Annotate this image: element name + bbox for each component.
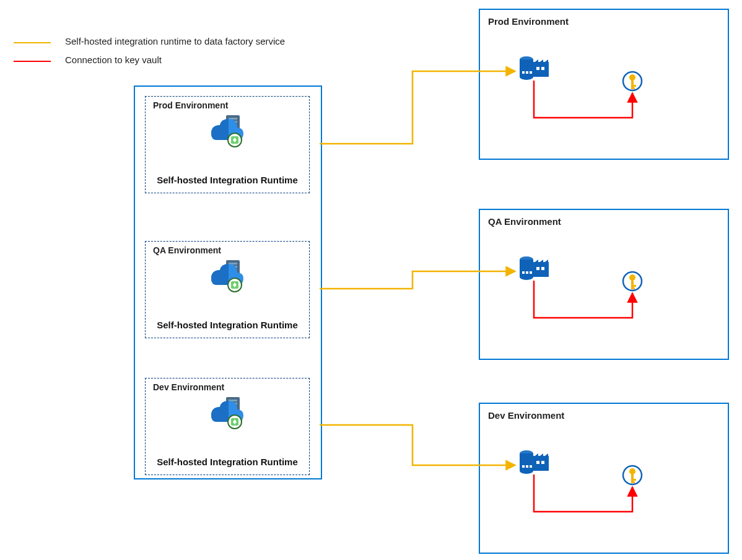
legend-text-1: Self-hosted integration runtime to data … bbox=[65, 36, 285, 46]
diagram-canvas: Self-hosted integration runtime to data … bbox=[0, 0, 742, 560]
shir-label-dev: Self-hosted Integration Runtime bbox=[146, 457, 309, 468]
env-title-prod: Prod Environment bbox=[488, 16, 569, 27]
legend-text-2: Connection to key vault bbox=[65, 55, 162, 65]
shir-box-dev: Dev Environment Self-hosted Integration … bbox=[145, 378, 310, 475]
shir-label-prod: Self-hosted Integration Runtime bbox=[146, 175, 309, 186]
env-title-dev: Dev Environment bbox=[488, 410, 564, 421]
legend-swatch-yellow bbox=[14, 42, 51, 43]
key-vault-icon bbox=[622, 271, 642, 291]
data-factory-icon bbox=[519, 450, 550, 477]
legend-swatch-red bbox=[14, 61, 51, 62]
shir-icon-qa bbox=[207, 258, 247, 294]
shir-box-qa: QA Environment Self-hosted Integration R… bbox=[145, 241, 310, 338]
data-factory-icon bbox=[519, 256, 550, 283]
shir-box-title-dev: Dev Environment bbox=[153, 382, 224, 392]
key-vault-icon bbox=[622, 465, 642, 485]
env-box-qa bbox=[479, 209, 729, 360]
shir-box-title-prod: Prod Environment bbox=[153, 100, 228, 110]
env-title-qa: QA Environment bbox=[488, 216, 561, 227]
shir-icon-dev bbox=[207, 395, 247, 431]
shir-icon-prod bbox=[207, 113, 247, 149]
shir-label-qa: Self-hosted Integration Runtime bbox=[146, 320, 309, 331]
key-vault-icon bbox=[622, 71, 642, 91]
data-factory-icon bbox=[519, 56, 550, 83]
shir-box-title-qa: QA Environment bbox=[153, 245, 221, 255]
env-box-prod bbox=[479, 9, 729, 160]
env-box-dev bbox=[479, 403, 729, 554]
shir-box-prod: Prod Environment Self-hosted Integration… bbox=[145, 96, 310, 193]
